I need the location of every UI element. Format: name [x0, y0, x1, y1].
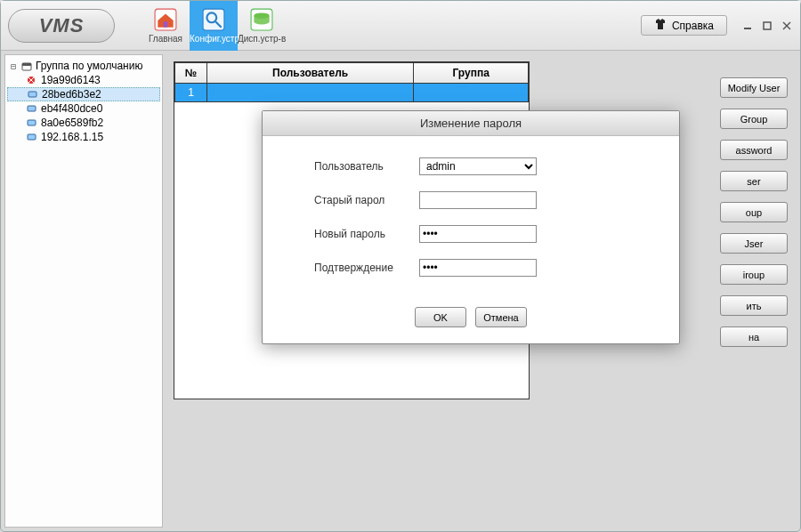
new-password-label: Новый пароль — [314, 228, 419, 240]
tree-item-label: 28bed6b3e2 — [42, 88, 101, 101]
disp-icon — [249, 7, 274, 32]
col-user[interactable]: Пользователь — [207, 63, 414, 84]
close-button[interactable] — [781, 20, 793, 32]
device-icon — [27, 133, 37, 142]
svg-rect-16 — [28, 92, 36, 97]
svg-rect-18 — [28, 120, 36, 125]
tab-bar: Главная Конфиг.устр-ва Дисп.устр-в — [142, 1, 286, 51]
tree-item-label: 192.168.1.15 — [41, 131, 103, 143]
device-icon — [27, 104, 37, 114]
app-logo-text: VMS — [39, 14, 85, 37]
modify-password-button[interactable]: assword — [720, 140, 788, 160]
home-icon — [153, 7, 178, 32]
expander-icon[interactable]: ⊟ — [9, 61, 18, 71]
tree-item-label: 19a99d6143 — [41, 74, 101, 86]
svg-rect-1 — [164, 21, 167, 27]
modify-user-button[interactable]: Modify User — [720, 77, 788, 98]
dialog-footer: OK Отмена — [263, 307, 679, 343]
device-icon-offline — [27, 76, 37, 85]
device-icon — [27, 118, 37, 128]
app-logo: VMS — [8, 9, 115, 43]
new-password-input[interactable] — [419, 225, 537, 243]
dialog-title: Изменение пароля — [263, 111, 679, 136]
tab-config[interactable]: Конфиг.устр-ва — [190, 1, 238, 51]
col-num[interactable]: № — [175, 63, 207, 84]
toolbar: VMS Главная Конфиг.устр-ва Дисп.устр-в — [1, 1, 800, 51]
action-buttons: Modify User Group assword ser oup Jser i… — [720, 77, 788, 347]
modify-group-button[interactable]: Group — [720, 109, 788, 129]
minimize-button[interactable] — [741, 20, 754, 32]
app-window: VMS Главная Конфиг.устр-ва Дисп.устр-в — [0, 0, 801, 532]
svg-rect-8 — [764, 22, 771, 29]
ok-button[interactable]: OK — [415, 307, 466, 327]
tab-disp-label: Дисп.устр-в — [238, 34, 286, 44]
help-button[interactable]: Справка — [641, 15, 727, 36]
tree-item-4[interactable]: 192.168.1.15 — [7, 130, 160, 144]
tree-item-label: eb4f480dce0 — [41, 102, 102, 115]
shirt-icon — [654, 19, 667, 32]
config-icon — [201, 7, 226, 32]
window-controls — [741, 20, 793, 32]
add-user-button[interactable]: ser — [720, 171, 788, 191]
group-icon — [21, 61, 32, 71]
cell-user — [207, 84, 414, 102]
user-label: Пользователь — [314, 160, 419, 173]
tab-disp[interactable]: Дисп.устр-в — [238, 1, 286, 51]
tab-home-label: Главная — [149, 34, 182, 44]
user-select[interactable]: admin — [419, 157, 537, 175]
close-panel-button[interactable]: на — [720, 326, 788, 347]
cell-group — [414, 84, 529, 102]
apply-button[interactable]: ить — [720, 295, 788, 316]
tree-root[interactable]: ⊟ Группа по умолчанию — [7, 59, 160, 73]
device-icon — [28, 90, 38, 100]
confirm-password-label: Подтверждение — [314, 262, 419, 274]
maximize-button[interactable] — [761, 20, 773, 32]
cell-num: 1 — [175, 84, 207, 102]
delete-user-button[interactable]: Jser — [720, 233, 788, 254]
confirm-password-input[interactable] — [419, 259, 537, 277]
delete-group-button[interactable]: iroup — [720, 264, 788, 285]
svg-rect-19 — [28, 134, 36, 140]
tree-item-0[interactable]: 19a99d6143 — [7, 73, 160, 87]
table-row[interactable]: 1 — [175, 84, 529, 102]
tab-config-label: Конфиг.устр-ва — [190, 34, 238, 44]
device-tree: ⊟ Группа по умолчанию 19a99d6143 28bed6b… — [4, 54, 163, 528]
cancel-button[interactable]: Отмена — [475, 307, 527, 327]
tree-item-3[interactable]: 8a0e6589fb2 — [7, 116, 160, 130]
change-password-dialog: Изменение пароля Пользователь admin Стар… — [262, 110, 680, 344]
svg-rect-12 — [22, 63, 31, 66]
tree-item-2[interactable]: eb4f480dce0 — [7, 101, 160, 116]
tree-item-label: 8a0e6589fb2 — [41, 117, 103, 129]
svg-rect-17 — [28, 106, 36, 111]
tab-home[interactable]: Главная — [142, 1, 190, 51]
col-group[interactable]: Группа — [414, 63, 529, 84]
tree-item-1[interactable]: 28bed6b3e2 — [7, 87, 160, 101]
old-password-input[interactable] — [419, 191, 537, 209]
dialog-body: Пользователь admin Старый парол Новый па… — [263, 136, 679, 307]
help-label: Справка — [672, 20, 714, 32]
old-password-label: Старый парол — [314, 194, 419, 206]
users-table: № Пользователь Группа 1 — [174, 62, 529, 102]
toolbar-right: Справка — [641, 15, 793, 36]
add-group-button[interactable]: oup — [720, 202, 788, 222]
tree-root-label: Группа по умолчанию — [36, 60, 142, 72]
